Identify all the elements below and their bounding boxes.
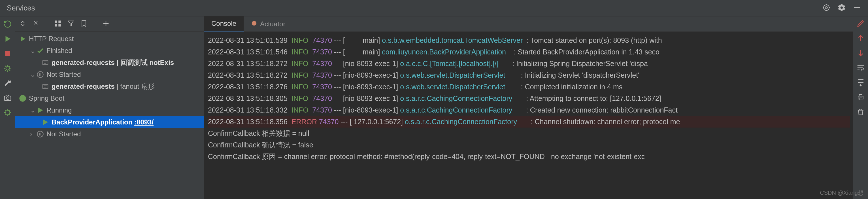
bookmark-icon[interactable] (80, 20, 88, 29)
node-label: generated-requests | fanout 扇形 (52, 82, 155, 91)
node-generated-requests-callback[interactable]: generated-requests | 回调测试 notExis (15, 57, 204, 68)
svg-point-12 (37, 72, 43, 78)
watermark: CSDN @Xiang想 (820, 189, 864, 197)
collapse-all-icon[interactable] (32, 20, 40, 29)
svg-rect-13 (43, 84, 48, 88)
spring-boot-icon (19, 94, 27, 102)
gear-icon[interactable] (837, 3, 846, 13)
wrench-icon[interactable] (3, 78, 12, 88)
actuator-icon (251, 20, 257, 28)
arrow-up-icon[interactable] (857, 34, 865, 44)
svg-rect-11 (43, 61, 48, 65)
rerun-icon[interactable] (3, 19, 12, 29)
svg-point-0 (824, 5, 829, 10)
camera-icon[interactable] (3, 93, 12, 103)
node-label: Running (46, 106, 72, 114)
content-tabs: Console Actuator (204, 17, 853, 32)
tab-actuator[interactable]: Actuator (244, 17, 292, 31)
play-icon (36, 106, 44, 114)
target-icon[interactable] (822, 3, 831, 13)
node-not-started-2[interactable]: › Not Started (15, 128, 204, 140)
log-row: ConfirmCallback 确认情况 = false (208, 139, 850, 151)
svg-rect-7 (55, 21, 57, 23)
right-gutter (853, 17, 868, 199)
bug-icon[interactable] (3, 108, 12, 117)
log-row: 2022-08-31 13:51:18.356 ERROR 74370 --- … (208, 116, 850, 127)
arrow-down-icon[interactable] (857, 49, 865, 58)
expand-all-icon[interactable] (19, 20, 27, 29)
tree-view: HTTP Request ⌄ Finished generated-reques… (15, 32, 204, 140)
svg-rect-9 (55, 24, 57, 26)
tab-console[interactable]: Console (204, 16, 244, 31)
console-output[interactable]: 2022-08-31 13:51:01.539 INFO 74370 --- [… (204, 32, 853, 199)
node-label: HTTP Request (29, 35, 74, 43)
expander-icon[interactable]: ⌄ (30, 70, 36, 79)
node-http-request[interactable]: HTTP Request (15, 33, 204, 45)
add-icon[interactable] (102, 20, 110, 29)
print-icon[interactable] (857, 93, 865, 103)
node-label: Not Started (46, 70, 81, 79)
svg-rect-2 (5, 51, 10, 56)
stop-icon[interactable] (3, 49, 12, 58)
log-row: 2022-08-31 13:51:18.332 INFO 74370 --- [… (208, 104, 850, 116)
log-row: 2022-08-31 13:51:18.276 INFO 74370 --- [… (208, 81, 850, 93)
svg-point-5 (6, 97, 9, 100)
node-label: Finished (46, 47, 72, 55)
log-row: ConfirmCallback 相关数据 = null (208, 127, 850, 139)
edit-icon[interactable] (857, 19, 865, 29)
play-icon (41, 118, 49, 126)
panel-title: Services (7, 4, 35, 12)
log-row: 2022-08-31 13:51:01.546 INFO 74370 --- [… (208, 46, 850, 58)
node-label: Not Started (46, 130, 81, 138)
log-row: 2022-08-31 13:51:18.272 INFO 74370 --- [… (208, 58, 850, 69)
http-icon (19, 35, 27, 43)
svg-point-1 (825, 6, 828, 9)
log-row: 2022-08-31 13:51:01.539 INFO 74370 --- [… (208, 35, 850, 46)
run-icon[interactable] (3, 34, 12, 44)
log-row: 2022-08-31 13:51:18.305 INFO 74370 --- [… (208, 93, 850, 104)
pause-icon (36, 70, 44, 79)
request-icon (41, 83, 49, 90)
left-gutter (0, 17, 15, 199)
log-row: 2022-08-31 13:51:18.272 INFO 74370 --- [… (208, 69, 850, 81)
log-row: ConfirmCallback 原因 = channel error; prot… (208, 151, 850, 163)
expander-icon[interactable]: › (30, 130, 36, 138)
node-finished[interactable]: ⌄ Finished (15, 45, 204, 57)
soft-wrap-icon[interactable] (857, 63, 865, 73)
svg-point-3 (6, 67, 9, 70)
bug-rerun-icon[interactable] (3, 63, 12, 73)
minimize-icon[interactable] (853, 3, 861, 13)
node-generated-requests-fanout[interactable]: generated-requests | fanout 扇形 (15, 81, 204, 92)
node-back-provider-app[interactable]: BackProviderApplication :8093/ (15, 116, 204, 128)
trash-icon[interactable] (857, 108, 865, 117)
view-mode-icon[interactable] (54, 20, 62, 29)
scroll-to-end-icon[interactable] (857, 78, 865, 88)
filter-icon[interactable] (67, 20, 75, 29)
node-label: BackProviderApplication :8093/ (52, 118, 154, 126)
expander-icon[interactable]: ⌄ (30, 106, 36, 114)
expander-icon[interactable]: ⌄ (30, 47, 36, 55)
svg-point-15 (37, 131, 43, 137)
node-running[interactable]: ⌄ Running (15, 104, 204, 116)
node-spring-boot[interactable]: Spring Boot (15, 92, 204, 104)
check-icon (36, 47, 44, 55)
svg-rect-8 (58, 21, 61, 23)
tree-toolbar (15, 17, 204, 32)
request-icon (41, 59, 49, 67)
svg-point-16 (252, 21, 257, 26)
svg-point-14 (19, 95, 26, 102)
pause-icon (36, 130, 44, 138)
node-label: generated-requests | 回调测试 notExis (52, 58, 174, 67)
node-not-started-1[interactable]: ⌄ Not Started (15, 68, 204, 81)
node-label: Spring Boot (29, 94, 64, 102)
svg-rect-10 (58, 24, 61, 26)
svg-rect-17 (858, 96, 863, 99)
